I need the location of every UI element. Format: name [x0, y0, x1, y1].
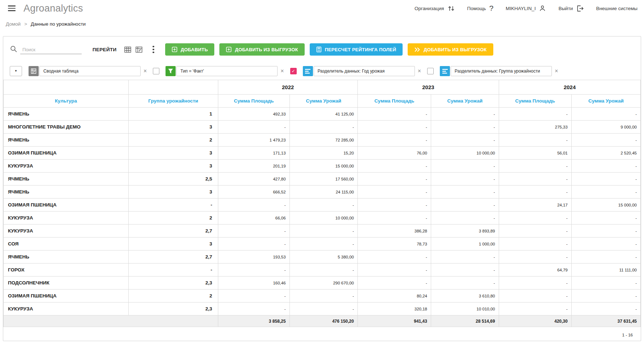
search-input[interactable] — [20, 45, 82, 54]
topbar-item-organization[interactable]: Организация — [415, 5, 455, 12]
cell-value: - — [358, 186, 431, 199]
exchange-icon — [447, 5, 455, 12]
recalculate-field-rating-button[interactable]: ПЕРЕСЧЕТ РЕЙТИНГА ПОЛЕЙ — [310, 43, 403, 56]
filter-dropdown-button[interactable]: ▼ — [10, 66, 22, 76]
table-row[interactable]: КУКУРУЗА266,0610 000,00---- — [4, 212, 641, 225]
cell-value: 275,33 — [499, 121, 571, 134]
topbar-item-logout[interactable]: Выйти — [558, 5, 584, 12]
pivot-table: 2022 2023 2024 Культура Группа урожайнос… — [3, 80, 641, 327]
cell-value: - — [431, 264, 499, 276]
cell-value: - — [431, 212, 499, 225]
topbar-item-external-systems[interactable]: Внешние системы — [596, 6, 637, 11]
topbar-item-label: Внешние системы — [596, 6, 637, 11]
column-header-row: Культура Группа урожайности Сумма Площад… — [4, 95, 641, 108]
table-row[interactable]: МНОГОЛЕТНИЕ ТРАВЫ ДЕМО3----275,339 000,0… — [4, 121, 641, 134]
add-from-uploads-button[interactable]: ДОБАВИТЬ ИЗ ВЫГРУЗОК — [219, 43, 304, 56]
column-header-yield[interactable]: Сумма Урожай — [571, 95, 640, 108]
cell-group: 1 — [128, 108, 218, 121]
breadcrumb-home[interactable]: Домой — [6, 21, 21, 27]
toolbar: ПЕРЕЙТИ ДОБАВИТЬДОБАВИТЬ ИЗ ВЫГРУЗОКПЕРЕ… — [3, 36, 641, 62]
cell-value: - — [289, 264, 358, 276]
close-icon[interactable]: × — [280, 68, 284, 74]
cell-value: - — [358, 173, 431, 186]
close-icon[interactable]: × — [555, 68, 558, 74]
breadcrumb-separator-icon: > — [24, 21, 27, 27]
cell-value: 78,73 — [358, 238, 431, 251]
cell-value: 3 610,80 — [431, 289, 499, 302]
column-header-yield[interactable]: Сумма Урожай — [289, 95, 358, 108]
go-button[interactable]: ПЕРЕЙТИ — [93, 47, 116, 52]
cell-value: 3 893,89 — [431, 225, 499, 238]
add-button[interactable]: ДОБАВИТЬ — [165, 43, 214, 56]
cell-value: 80,24 — [358, 289, 431, 302]
cell-value: 10 000,00 — [289, 212, 358, 225]
topbar-item-label: Организация — [415, 6, 444, 11]
cell-culture: ЯЧМЕНЬ — [4, 173, 129, 186]
filter-checkbox-checked[interactable]: ✓ — [290, 68, 297, 74]
column-header-area[interactable]: Сумма Площадь — [218, 95, 289, 108]
column-header-yield[interactable]: Сумма Урожай — [431, 95, 499, 108]
cell-value: 171,13 — [218, 147, 289, 160]
cell-value: 76,00 — [358, 147, 431, 160]
cell-value: - — [431, 251, 499, 264]
table-row[interactable]: КУКУРУЗА2,7--386,283 893,89-- — [4, 225, 641, 238]
table-row[interactable]: ЯЧМЕНЬ3666,5224 115,00---- — [4, 186, 641, 199]
table-row[interactable]: КУКУРУЗА3201,1915 000,00---- — [4, 160, 641, 173]
table-row[interactable]: ОЗИМАЯ ПШЕНИЦА3171,1315,2076,0010 000,00… — [4, 147, 641, 160]
cell-group: 2,5 — [128, 173, 218, 186]
add-from-uploads-secondary-button[interactable]: ДОБАВИТЬ ИЗ ВЫГРУЗОК — [408, 43, 493, 56]
cell-group: 3 — [128, 121, 218, 134]
pivot-view-icon[interactable] — [136, 47, 142, 53]
column-header-group[interactable]: Группа урожайности — [128, 95, 218, 108]
table-row[interactable]: ОЗИМАЯ ПШЕНИЦА-----24,1715 000,00 — [4, 199, 641, 212]
cell-group: 3 — [128, 238, 218, 251]
column-header-area[interactable]: Сумма Площадь — [358, 95, 431, 108]
cell-culture: ОЗИМАЯ ПШЕНИЦА — [4, 199, 129, 212]
table-view-icon[interactable] — [124, 47, 131, 53]
cell-culture: ГОРОХ — [4, 264, 129, 276]
table-row[interactable]: ЯЧМЕНЬ21 479,2372 285,00---- — [4, 134, 641, 147]
kebab-menu-icon[interactable] — [151, 44, 156, 55]
table-row[interactable]: КУКУРУЗА2,3--320,1810 010,00-- — [4, 302, 641, 315]
cell-value: - — [571, 186, 640, 199]
topbar-item-user[interactable]: MIKHAYLIN_I — [506, 5, 546, 12]
table-row[interactable]: ЯЧМЕНЬ2,7193,535 380,00---- — [4, 251, 641, 264]
table-row[interactable]: ПОДСОЛНЕЧНИК2,3160,46290 670,00---- — [4, 276, 641, 289]
cell-value: - — [431, 186, 499, 199]
filter-type-fact: Тип = 'Факт'× — [166, 66, 284, 76]
cell-value: 492,33 — [218, 108, 289, 121]
table-body: ЯЧМЕНЬ1492,3341 125,00----МНОГОЛЕТНИЕ ТР… — [4, 108, 641, 315]
cell-value: 15 000,00 — [571, 199, 640, 212]
close-icon[interactable]: × — [143, 68, 147, 74]
cell-value: - — [571, 276, 640, 289]
cell-value: - — [218, 199, 289, 212]
topbar-item-help[interactable]: Помощь ? — [467, 4, 494, 13]
cell-total: 3 858,25 — [218, 315, 289, 327]
data-split-icon — [303, 66, 313, 76]
table-row[interactable]: ЯЧМЕНЬ1492,3341 125,00---- — [4, 108, 641, 121]
filter-checkbox-unchecked[interactable] — [153, 68, 159, 74]
hamburger-menu-icon[interactable] — [7, 4, 17, 13]
cell-value: - — [499, 302, 571, 315]
column-header-area[interactable]: Сумма Площадь — [499, 95, 571, 108]
cell-group: 3 — [128, 147, 218, 160]
cell-value: - — [289, 302, 358, 315]
table-row[interactable]: ОЗИМАЯ ПШЕНИЦА2--80,243 610,80-- — [4, 289, 641, 302]
cell-value: 10 010,00 — [431, 302, 499, 315]
close-icon[interactable]: × — [418, 68, 421, 74]
table-row[interactable]: ГОРОХ-----64,7911 111,00 — [4, 264, 641, 276]
cell-value: - — [499, 160, 571, 173]
table-row[interactable]: ЯЧМЕНЬ2,5427,8017 560,00---- — [4, 173, 641, 186]
topbar-item-label: MIKHAYLIN_I — [506, 6, 536, 11]
user-icon — [539, 5, 546, 12]
column-header-culture[interactable]: Культура — [4, 95, 129, 108]
action-button-label: ПЕРЕСЧЕТ РЕЙТИНГА ПОЛЕЙ — [325, 47, 396, 52]
cell-value: 66,06 — [218, 212, 289, 225]
cell-value: 15,20 — [289, 147, 358, 160]
plus-square-icon — [226, 47, 232, 52]
cell-culture: ОЗИМАЯ ПШЕНИЦА — [4, 289, 129, 302]
cell-culture: КУКУРУЗА — [4, 302, 129, 315]
filter-chip-label: Разделитель данных: Год урожая — [314, 66, 415, 76]
filter-checkbox-unchecked[interactable] — [427, 68, 434, 74]
table-row[interactable]: СОЯ3--78,731 000,00-- — [4, 238, 641, 251]
